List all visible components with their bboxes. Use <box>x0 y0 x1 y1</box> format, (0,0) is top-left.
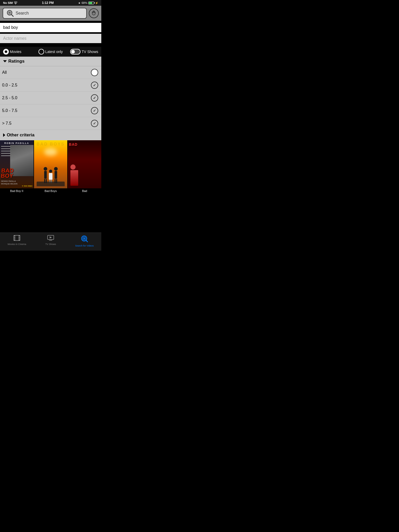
rating-row-0-2.5[interactable]: 0.0 - 2.5 ✓ <box>0 79 101 92</box>
movie-card-2[interactable]: BAD BOYS <box>34 140 68 194</box>
film-reel-icon <box>13 235 21 242</box>
poster2-sun <box>44 148 57 156</box>
latest-only-filter[interactable]: Latest only <box>35 49 66 55</box>
svg-rect-6 <box>19 235 20 241</box>
movie-poster-1: ROBIN PADILLA BADBOY DENNIS PADILLAMONIQ… <box>0 140 34 188</box>
latest-only-label: Latest only <box>45 50 63 54</box>
svg-rect-10 <box>14 238 15 240</box>
poster1-bars <box>1 143 10 164</box>
filter-row: Movies Latest only TV Shows <box>0 47 101 57</box>
movies-filter[interactable]: Movies <box>3 49 35 55</box>
rating-all-check[interactable]: ✓ <box>91 69 98 76</box>
header: Search <box>0 6 101 21</box>
status-bar: No SIM 1:12 PM ★ 68% ⚡ <box>0 0 101 6</box>
svg-line-19 <box>86 240 88 242</box>
ratings-chevron-icon <box>3 60 7 62</box>
rating-all-label: All <box>2 70 7 75</box>
ratings-section-header[interactable]: Ratings <box>0 57 101 66</box>
tab-tv-shows[interactable]: TV Shows <box>34 235 68 245</box>
tab-bar: Movies in Cinema TV Shows <box>0 232 101 251</box>
svg-line-3 <box>11 15 13 16</box>
svg-marker-14 <box>50 236 52 238</box>
tab-movies-in-cinema[interactable]: Movies in Cinema <box>0 235 34 245</box>
svg-point-2 <box>9 12 10 14</box>
poster3-title-top: BAD <box>69 142 77 147</box>
movie-card-3[interactable]: BAD Bad <box>68 140 101 194</box>
movie-poster-2: BAD BOYS <box>34 140 68 188</box>
tv-shows-filter[interactable]: TV Shows <box>66 49 98 55</box>
poster1-title: BADBOY <box>1 168 14 178</box>
play-icon <box>47 235 54 242</box>
rating-7.5-plus-check[interactable]: ✓ <box>91 120 98 127</box>
svg-point-18 <box>83 238 85 239</box>
hand-icon[interactable] <box>89 8 99 18</box>
rating-row-all[interactable]: All ✓ <box>0 66 101 79</box>
battery-icon <box>88 2 94 4</box>
rating-row-2.5-5[interactable]: 2.5 - 5.0 ✓ <box>0 92 101 104</box>
poster2-people <box>44 167 58 183</box>
bluetooth-icon: ★ <box>78 2 81 4</box>
other-criteria-title: Other criteria <box>7 132 35 138</box>
other-criteria-header[interactable]: Other criteria <box>0 130 101 140</box>
tab-movies-label: Movies in Cinema <box>8 243 26 245</box>
poster2-car <box>37 182 65 186</box>
tab-search-videos[interactable]: Search for Videos <box>68 235 101 247</box>
tv-shows-label: TV Shows <box>82 50 98 54</box>
tv-shows-toggle[interactable] <box>70 49 81 55</box>
movie-title-2: Bad Boys <box>44 188 57 194</box>
rating-0-2.5-check[interactable]: ✓ <box>91 82 98 89</box>
svg-rect-15 <box>49 240 52 241</box>
search-video-icon <box>81 235 88 244</box>
poster3-figure <box>70 164 97 186</box>
movies-radio[interactable] <box>3 49 9 55</box>
rating-5-7.5-label: 5.0 - 7.5 <box>2 108 17 113</box>
search-icon <box>6 9 14 17</box>
rating-row-7.5-plus[interactable]: > 7.5 ✓ <box>0 117 101 130</box>
movies-grid: ROBIN PADILLA BADBOY DENNIS PADILLAMONIQ… <box>0 140 101 194</box>
battery-percent: 68% <box>82 1 87 4</box>
movie-poster-3: BAD <box>68 140 101 188</box>
search-bar[interactable]: Search <box>3 8 87 19</box>
svg-rect-11 <box>19 236 20 237</box>
search-query-input[interactable] <box>0 23 101 32</box>
search-inputs-section <box>0 21 101 47</box>
bottom-filler <box>0 194 101 232</box>
tab-search-label: Search for Videos <box>75 244 94 247</box>
rating-2.5-5-check[interactable]: ✓ <box>91 94 98 102</box>
rating-0-2.5-label: 0.0 - 2.5 <box>2 83 17 88</box>
svg-rect-5 <box>14 235 15 241</box>
charging-icon: ⚡ <box>95 2 98 4</box>
status-time: 1:12 PM <box>42 1 54 5</box>
svg-rect-9 <box>14 236 15 237</box>
latest-only-radio[interactable] <box>38 49 44 55</box>
poster1-cast: DENNIS PADILLAMONIQUE WILSON <box>1 180 17 185</box>
ratings-title: Ratings <box>8 59 24 64</box>
movie-title-3: Bad <box>82 188 88 194</box>
tab-tv-shows-label: TV Shows <box>45 243 56 245</box>
movie-card-1[interactable]: ROBIN PADILLA BADBOY DENNIS PADILLAMONIQ… <box>0 140 34 194</box>
status-right: ★ 68% ⚡ <box>78 1 98 4</box>
rating-row-5-7.5[interactable]: 5.0 - 7.5 ✓ <box>0 104 101 117</box>
actor-names-input[interactable] <box>0 34 101 43</box>
rating-2.5-5-label: 2.5 - 5.0 <box>2 96 17 100</box>
movie-title-1: Bad Boy II <box>10 188 24 194</box>
status-left: No SIM <box>3 1 17 5</box>
no-sim-label: No SIM <box>3 1 13 4</box>
svg-rect-12 <box>19 238 20 240</box>
other-criteria-chevron-icon <box>3 133 5 137</box>
rating-5-7.5-check[interactable]: ✓ <box>91 107 98 114</box>
rating-7.5-plus-label: > 7.5 <box>2 121 11 126</box>
poster1-logo: ▼ VIVA VIDEO <box>22 185 32 187</box>
wifi-icon <box>14 1 17 5</box>
search-label: Search <box>16 11 29 16</box>
movies-label: Movies <box>10 50 21 54</box>
